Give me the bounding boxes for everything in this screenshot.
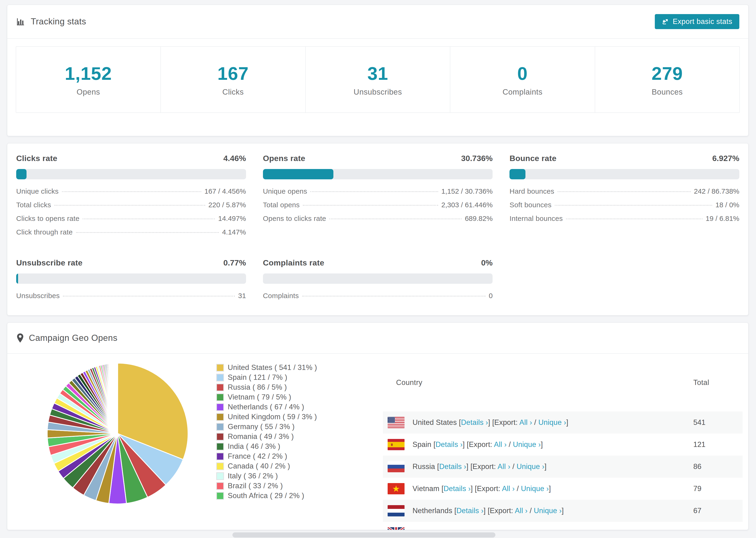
export-basic-stats-button[interactable]: Export basic stats [655, 14, 739, 29]
legend-item: Netherlands ( 67 / 4% ) [216, 402, 376, 412]
dotted-leader [303, 205, 438, 206]
legend-item: India ( 46 / 3% ) [216, 442, 376, 452]
export-icon [662, 18, 669, 25]
export-all-link[interactable]: All › [502, 484, 514, 493]
rate-stat-value: 19 / 6.81% [706, 215, 739, 223]
legend-swatch [216, 482, 224, 490]
export-basic-stats-label: Export basic stats [673, 17, 732, 26]
details-link[interactable]: Details › [444, 484, 471, 493]
rate-title: Complaints rate [263, 258, 324, 267]
country-flag-icon [388, 505, 405, 516]
legend-item: Russia ( 86 / 5% ) [216, 382, 376, 392]
legend-item: United States ( 541 / 31% ) [216, 363, 376, 372]
legend-label: Netherlands ( 67 / 4% ) [228, 403, 304, 411]
details-link[interactable]: Details › [469, 529, 496, 530]
rate-value: 4.46% [223, 154, 246, 163]
legend-swatch [216, 364, 224, 372]
legend-label: Brazil ( 33 / 2% ) [228, 482, 283, 490]
campaign-geo-opens-card: Campaign Geo Opens United States ( 541 /… [7, 323, 748, 530]
export-all-link[interactable]: All › [515, 507, 527, 515]
country-total: 59 [693, 529, 701, 530]
details-link[interactable]: Details › [439, 462, 466, 471]
country-name: Spain [412, 440, 431, 449]
legend-item: South Africa ( 29 / 2% ) [216, 491, 376, 501]
rate-stat-label: Click through rate [16, 228, 73, 236]
export-all-link[interactable]: All › [498, 462, 510, 471]
rate-stat-row: Soft bounces 18 / 0% [510, 201, 739, 215]
country-total: 121 [693, 440, 706, 449]
legend-label: Romania ( 49 / 3% ) [228, 432, 294, 441]
rate-stat-value: 1,152 / 30.736% [441, 187, 493, 195]
geo-table-row: United Kingdom [Details ›] [Export: All … [383, 522, 743, 530]
country-flag-icon [388, 461, 405, 472]
rate-block: Unsubscribe rate 0.77% Unsubscribes 31 [16, 258, 246, 305]
rate-progress-track [16, 169, 246, 179]
map-pin-icon [16, 333, 24, 343]
geo-title-text: Campaign Geo Opens [29, 333, 117, 343]
legend-item: Germany ( 55 / 3% ) [216, 422, 376, 432]
bar-chart-icon [16, 17, 26, 27]
stats-summary-row: 1,152 Opens 167 Clicks 31 Unsubscribes 0… [16, 46, 740, 113]
export-unique-link[interactable]: Unique › [521, 484, 549, 493]
rate-progress-track [16, 273, 246, 284]
rate-stat-value: 2,303 / 61.446% [441, 201, 493, 209]
export-unique-link[interactable]: Unique › [534, 507, 562, 515]
tracking-stats-title-text: Tracking stats [31, 17, 86, 27]
details-link[interactable]: Details › [457, 507, 484, 515]
country-name: Vietnam [412, 484, 440, 493]
rate-stat-value: 0 [489, 292, 493, 300]
country-name: United Kingdom [412, 529, 465, 530]
rates-card: Clicks rate 4.46% Unique clicks 167 / 4.… [7, 143, 748, 315]
export-unique-link[interactable]: Unique › [516, 462, 544, 471]
export-unique-link[interactable]: Unique › [513, 440, 541, 449]
stat-value: 1,152 [65, 63, 112, 84]
geo-row-text: United Kingdom [Details ›] [Export: All … [412, 529, 576, 530]
dotted-leader [62, 191, 201, 192]
country-total: 541 [693, 418, 706, 427]
rate-block: Bounce rate 6.927% Hard bounces 242 / 86… [510, 154, 739, 242]
legend-swatch [216, 384, 224, 391]
rate-stat-row: Complaints 0 [263, 292, 493, 305]
rate-title: Clicks rate [16, 154, 57, 163]
rate-stat-value: 31 [238, 292, 246, 300]
dotted-leader [566, 219, 702, 219]
country-name: United States [412, 418, 457, 426]
rate-stat-label: Opens to clicks rate [263, 215, 326, 223]
rate-stat-row: Clicks to opens rate 14.497% [16, 215, 246, 228]
tracking-stats-title: Tracking stats [16, 17, 86, 27]
legend-item: Italy ( 36 / 2% ) [216, 471, 376, 481]
export-all-link[interactable]: All › [494, 440, 507, 449]
legend-swatch [216, 413, 224, 421]
details-link[interactable]: Details › [436, 440, 463, 449]
legend-swatch [216, 492, 224, 500]
rate-stat-label: Unique opens [263, 187, 307, 195]
export-all-link[interactable]: All › [527, 529, 540, 530]
dashboard-page: Tracking stats Export basic stats [0, 0, 756, 538]
legend-item: United Kingdom ( 59 / 3% ) [216, 412, 376, 422]
legend-item: Vietnam ( 79 / 5% ) [216, 392, 376, 402]
stat-label: Bounces [652, 87, 683, 96]
geo-row-text: Russia [Details ›] [Export: All › / Uniq… [412, 462, 547, 471]
rate-value: 0% [481, 258, 493, 267]
rate-stat-row: Unsubscribes 31 [16, 292, 246, 305]
export-unique-link[interactable]: Unique › [547, 529, 574, 530]
geo-row-text: Vietnam [Details ›] [Export: All › / Uni… [412, 484, 551, 493]
rate-stat-label: Soft bounces [510, 201, 552, 209]
horizontal-scrollbar-thumb[interactable] [233, 532, 495, 538]
export-unique-link[interactable]: Unique › [538, 418, 566, 426]
geo-table-row: Russia [Details ›] [Export: All › / Uniq… [383, 456, 743, 478]
rate-stat-row: Click through rate 4.147% [16, 228, 246, 242]
legend-item: Brazil ( 33 / 2% ) [216, 481, 376, 491]
geo-table-header: Country Total [383, 354, 743, 411]
legend-swatch [216, 472, 224, 480]
rate-stat-label: Complaints [263, 292, 299, 300]
legend-label: Italy ( 36 / 2% ) [228, 472, 278, 480]
country-total: 86 [693, 462, 701, 471]
dotted-leader [82, 219, 215, 219]
rate-stat-row: Internal bounces 19 / 6.81% [510, 215, 739, 228]
export-all-link[interactable]: All › [519, 418, 532, 426]
details-link[interactable]: Details › [461, 418, 488, 426]
rate-stat-value: 167 / 4.456% [204, 187, 246, 195]
rate-stat-value: 220 / 5.87% [208, 201, 246, 209]
geo-table: Country Total United States [Details ›] … [383, 354, 743, 530]
